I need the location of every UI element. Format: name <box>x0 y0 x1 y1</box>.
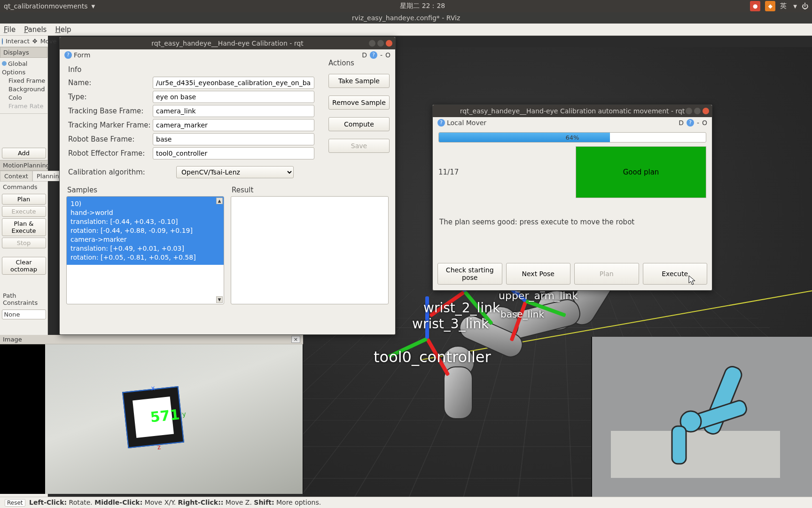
plan-execute-button[interactable]: Plan & Execute <box>2 218 46 236</box>
tree-item[interactable]: Fixed Frame <box>2 77 46 85</box>
system-menu-icon[interactable]: ⏻ <box>802 2 808 10</box>
plan-message: The plan seems good: press execute to mo… <box>439 218 705 226</box>
gear-icon <box>2 61 7 66</box>
path-constraints-select[interactable]: None <box>2 310 46 319</box>
tool-move[interactable]: Move <box>40 38 57 45</box>
real-robot-camera <box>591 337 812 497</box>
help-icon[interactable]: ? <box>64 51 72 59</box>
displays-tree[interactable]: Global Options Fixed Frame Background Co… <box>0 58 47 111</box>
progress-label: 64% <box>439 133 706 142</box>
plan-button: Plan <box>574 263 639 285</box>
svg-rect-8 <box>611 431 780 478</box>
menu-panels[interactable]: Panels <box>24 25 47 34</box>
chevron-down-icon[interactable]: ▼ <box>91 4 95 9</box>
info-heading: Info <box>68 65 314 74</box>
maximize-icon[interactable] <box>694 108 701 114</box>
remove-sample-button[interactable]: Remove Sample <box>328 95 390 110</box>
plan-status: Good plan <box>576 146 706 198</box>
close-icon[interactable] <box>386 40 392 47</box>
execute-button[interactable]: Execute <box>643 263 708 285</box>
label-tracking-base: Tracking Base Frame: <box>68 107 153 115</box>
progress-bar: 64% <box>438 132 706 143</box>
aruco-marker: 571 x y z <box>122 386 184 448</box>
rviz-window-title: rviz_easy_handeye.config* - RViz <box>0 12 812 24</box>
dock-d[interactable]: D <box>679 119 684 127</box>
camera-image: 571 x y z <box>45 344 303 494</box>
window-title: rqt_easy_handeye__Hand-eye Calibration -… <box>151 40 303 47</box>
help-icon[interactable]: ? <box>437 119 445 127</box>
execute-button: Execute <box>2 206 46 217</box>
close-icon[interactable] <box>703 108 709 114</box>
label-robot-effector: Robot Effector Frame: <box>68 149 153 158</box>
axis-z-label: z <box>157 443 161 451</box>
chevron-down-icon[interactable]: ▼ <box>793 4 797 9</box>
label-name: Name: <box>68 79 153 87</box>
interact-icon <box>2 38 3 45</box>
tracking-marker-field[interactable] <box>153 119 314 131</box>
commands-heading: Commands <box>0 182 47 192</box>
clear-octomap-button[interactable]: Clear octomap <box>2 257 46 275</box>
stop-button: Stop <box>2 238 46 248</box>
window-titlebar[interactable]: rqt_easy_handeye__Hand-eye Calibration -… <box>60 37 395 49</box>
svg-rect-12 <box>672 426 686 464</box>
tab-context[interactable]: Context <box>0 171 32 181</box>
axis-y-label: y <box>182 410 187 418</box>
notification-icon[interactable]: ◆ <box>765 1 775 11</box>
algo-select[interactable]: OpenCV/Tsai-Lenz <box>176 166 294 178</box>
motionplanning-title: MotionPlanning <box>0 160 47 171</box>
rviz-toolbar: Interact ✥ Move <box>0 36 48 47</box>
check-starting-pose-button[interactable]: Check starting pose <box>437 263 502 285</box>
robot-base-field[interactable] <box>153 133 314 145</box>
samples-list[interactable]: 10)hand->worldtranslation: [-0.44, +0.43… <box>66 196 224 304</box>
add-button[interactable]: Add <box>2 148 46 159</box>
status-hint-bar: Reset Left-Click: Rotate. Middle-Click: … <box>0 497 812 508</box>
label-robot-base: Robot Base Frame: <box>68 135 153 143</box>
menu-help[interactable]: Help <box>55 25 71 34</box>
tree-item[interactable]: Background Colo <box>2 85 46 102</box>
pose-count: 11/17 <box>438 168 570 176</box>
rqt-calibration-window[interactable]: rqt_easy_handeye__Hand-eye Calibration -… <box>59 37 396 335</box>
clock: 星期二 22：28 <box>95 2 750 10</box>
screen-record-icon[interactable]: ● <box>750 1 760 11</box>
rqt-localmover-window[interactable]: rqt_easy_handeye__Hand-eye Calibration a… <box>432 104 712 291</box>
scroll-down-icon[interactable]: ▼ <box>216 296 223 303</box>
next-pose-button[interactable]: Next Pose <box>506 263 571 285</box>
photo-placeholder-icon <box>592 337 812 497</box>
axis-x-label: x <box>151 384 156 392</box>
label-tracking-marker: Tracking Marker Frame: <box>68 121 153 129</box>
tool-interact[interactable]: Interact <box>6 38 30 45</box>
camera-image-panel: Image × 571 x y z <box>0 335 303 494</box>
aruco-id: 571 <box>149 406 180 425</box>
window-titlebar[interactable]: rqt_easy_handeye__Hand-eye Calibration a… <box>433 105 712 117</box>
ime-indicator[interactable]: 英 <box>780 2 787 10</box>
menu-file[interactable]: File <box>4 25 16 34</box>
frame-label: tool0_controller <box>374 348 491 366</box>
save-button: Save <box>328 139 390 153</box>
frame-label: base_link <box>500 309 544 320</box>
robot-effector-field[interactable] <box>153 147 314 159</box>
tracking-base-field[interactable] <box>153 105 314 117</box>
tree-item[interactable]: Frame Rate <box>2 102 46 111</box>
actions-heading: Actions <box>328 59 390 67</box>
close-icon[interactable]: × <box>291 336 300 343</box>
maximize-icon[interactable] <box>377 40 384 47</box>
frame-label: wrist_3_link <box>412 316 489 332</box>
rviz-menubar: File Panels Help <box>0 24 812 36</box>
move-icon: ✥ <box>32 38 38 45</box>
plan-button[interactable]: Plan <box>2 194 46 205</box>
algo-label: Calibration algorithm: <box>68 168 176 176</box>
type-field[interactable] <box>153 91 314 103</box>
compute-button[interactable]: Compute <box>328 117 390 131</box>
system-topbar: qt_calibrationmovements ▼ 星期二 22：28 ● ◆ … <box>0 0 812 12</box>
tree-item[interactable]: Global Options <box>2 60 46 77</box>
app-menu[interactable]: qt_calibrationmovements <box>4 2 87 10</box>
minimize-icon[interactable] <box>369 40 375 47</box>
take-sample-button[interactable]: Take Sample <box>328 74 390 88</box>
help-icon[interactable]: ? <box>687 119 694 127</box>
scroll-up-icon[interactable]: ▲ <box>216 198 223 204</box>
name-field[interactable] <box>153 77 314 89</box>
minimize-icon[interactable] <box>686 108 692 114</box>
reset-chip[interactable]: Reset <box>5 499 25 507</box>
dock-o[interactable]: O <box>702 119 707 127</box>
form-title: Local Mover <box>447 119 486 127</box>
